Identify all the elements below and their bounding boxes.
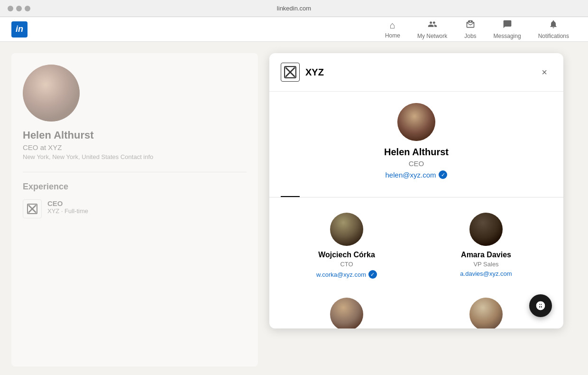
member-avatar-3 (330, 298, 363, 328)
profile-location: New York, New York, United States Contac… (23, 153, 247, 160)
profile-title: CEO at XYZ (23, 143, 247, 151)
profile-avatar (23, 65, 80, 122)
browser-chrome: linkedin.com (0, 0, 588, 17)
browser-dot-red (8, 6, 13, 11)
nav-notifications-label: Notifications (538, 33, 569, 39)
linkedin-header: in ⌂ Home My Network Jobs Messaging (0, 17, 588, 42)
featured-person: Helen Althurst CEO helen@xyz.com ✓ (269, 92, 563, 187)
featured-email-text[interactable]: helen@xyz.com (386, 171, 436, 179)
tab-2[interactable] (300, 187, 319, 197)
nav-home-label: Home (385, 32, 400, 39)
nav-messaging[interactable]: Messaging (486, 17, 529, 42)
xyz-popup: XYZ × Helen Althurst CEO helen@xyz.com ✓ (269, 53, 563, 328)
xyz-logo (281, 63, 300, 82)
browser-url: linkedin.com (277, 5, 311, 12)
member-name-wojciech: Wojciech Córka (318, 251, 375, 259)
team-member-3 (281, 292, 413, 328)
member-avatar-wojciech (330, 213, 363, 246)
featured-role: CEO (409, 159, 424, 168)
profile-avatar-image (23, 65, 80, 122)
experience-item: CEO XYZ · Full-time (23, 199, 247, 218)
company-name: XYZ (305, 67, 324, 78)
team-grid: Wojciech Córka CTO w.corka@xyz.com ✓ Ama… (269, 199, 563, 328)
jobs-icon (466, 19, 475, 31)
experience-section: Experience CEO XYZ · Full-time (23, 182, 247, 218)
exp-role: CEO (47, 199, 88, 207)
linkedin-logo[interactable]: in (11, 21, 28, 38)
member-email-wojciech: w.corka@xyz.com ✓ (316, 270, 377, 279)
nav-bar: ⌂ Home My Network Jobs Messaging Notif (377, 17, 577, 42)
nav-messaging-label: Messaging (494, 33, 521, 39)
network-icon (428, 19, 437, 31)
featured-avatar-img (397, 103, 435, 141)
popup-header: XYZ × (269, 53, 563, 92)
browser-dots (8, 6, 30, 11)
member-name-amara: Amara Davies (461, 251, 511, 259)
team-member-wojciech: Wojciech Córka CTO w.corka@xyz.com ✓ (281, 207, 413, 284)
notifications-icon (549, 19, 558, 31)
verified-badge: ✓ (439, 170, 447, 179)
browser-dot-yellow (16, 6, 22, 11)
profile-name: Helen Althurst (23, 129, 247, 141)
nav-network-label: My Network (417, 33, 447, 39)
member-email-text-wojciech[interactable]: w.corka@xyz.com (316, 271, 366, 278)
tab-bar (269, 187, 563, 197)
nav-notifications[interactable]: Notifications (531, 17, 577, 42)
fab-button[interactable] (529, 294, 552, 317)
featured-name: Helen Althurst (384, 147, 449, 158)
member-avatar-4 (469, 298, 503, 328)
experience-info: CEO XYZ · Full-time (47, 199, 88, 215)
close-button[interactable]: × (537, 65, 552, 80)
nav-jobs-label: Jobs (464, 33, 476, 39)
home-icon: ⌂ (390, 20, 395, 31)
verified-badge-wojciech: ✓ (368, 270, 377, 279)
member-email-amara: a.davies@xyz.com (460, 270, 512, 277)
browser-dot-green (25, 6, 30, 11)
tab-1[interactable] (281, 187, 300, 197)
team-member-amara: Amara Davies VP Sales a.davies@xyz.com (420, 207, 552, 284)
profile-divider (23, 172, 247, 172)
featured-avatar (397, 103, 435, 141)
main-content: Helen Althurst CEO at XYZ New York, New … (0, 42, 588, 375)
member-role-wojciech: CTO (340, 261, 353, 268)
messaging-icon (503, 19, 512, 31)
nav-jobs[interactable]: Jobs (457, 17, 484, 42)
experience-title: Experience (23, 182, 247, 192)
member-avatar-amara (469, 213, 503, 246)
experience-logo (23, 199, 42, 218)
featured-email: helen@xyz.com ✓ (386, 170, 448, 179)
profile-panel: Helen Althurst CEO at XYZ New York, New … (11, 53, 258, 366)
nav-my-network[interactable]: My Network (410, 17, 455, 42)
member-email-text-amara[interactable]: a.davies@xyz.com (460, 270, 512, 277)
nav-home[interactable]: ⌂ Home (377, 17, 408, 42)
member-role-amara: VP Sales (473, 261, 498, 268)
exp-company: XYZ · Full-time (47, 207, 88, 215)
